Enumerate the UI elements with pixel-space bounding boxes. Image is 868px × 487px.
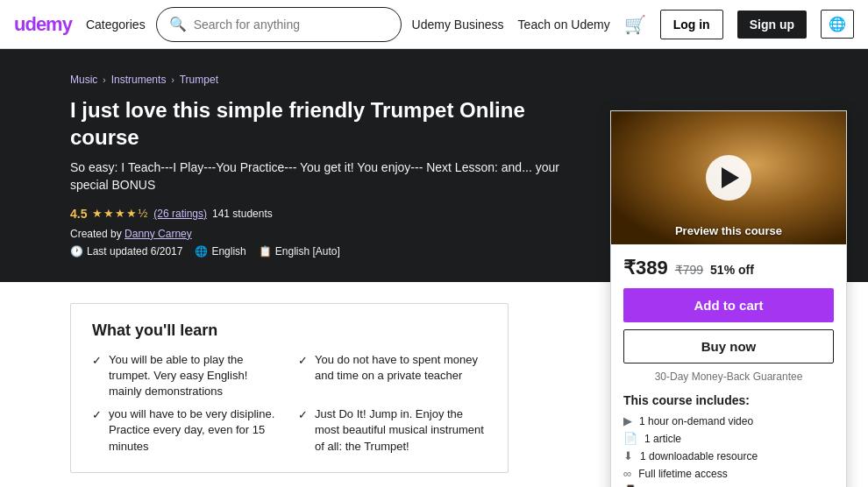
breadcrumb-trumpet: Trumpet bbox=[180, 74, 218, 86]
breadcrumb-music[interactable]: Music bbox=[70, 74, 97, 86]
caption-icon: 📋 bbox=[259, 245, 272, 258]
includes-video: 1 hour on-demand video bbox=[639, 415, 753, 427]
learn-item-4: Just Do It! Jump in. Enjoy the most beau… bbox=[315, 406, 487, 455]
language-meta: 🌐 English bbox=[195, 245, 245, 258]
check-icon-3: ✓ bbox=[298, 353, 308, 369]
guarantee-text: 30-Day Money-Back Guarantee bbox=[623, 371, 834, 383]
stars: ★★★★½ bbox=[92, 207, 148, 220]
includes-lifetime: Full lifetime access bbox=[638, 468, 727, 480]
list-item: 📄 1 article bbox=[623, 432, 834, 445]
hero-section: Music › Instruments › Trumpet I just lov… bbox=[0, 49, 868, 282]
list-item: ∞ Full lifetime access bbox=[623, 467, 834, 480]
udemy-business-link[interactable]: Udemy Business bbox=[412, 18, 504, 32]
video-thumbnail[interactable]: Preview this course bbox=[611, 111, 846, 244]
play-button[interactable] bbox=[706, 155, 751, 201]
course-title: I just love this simple friendly Trumpet… bbox=[70, 96, 561, 151]
rating-number: 4.5 bbox=[70, 207, 87, 221]
categories-button[interactable]: Categories bbox=[86, 18, 146, 32]
breadcrumb-sep-1: › bbox=[103, 75, 105, 85]
learn-title: What you'll learn bbox=[92, 321, 487, 340]
cart-icon[interactable]: 🛒 bbox=[624, 14, 646, 35]
students-count: 141 students bbox=[212, 208, 273, 220]
add-to-cart-button[interactable]: Add to cart bbox=[623, 288, 834, 322]
language-button[interactable]: 🌐 bbox=[821, 10, 854, 39]
includes-title: This course includes: bbox=[623, 393, 834, 407]
list-item: ▶ 1 hour on-demand video bbox=[623, 414, 834, 427]
includes-article: 1 article bbox=[644, 433, 681, 445]
list-item: ✓ You do not have to spent money and tim… bbox=[298, 352, 487, 400]
teach-on-udemy-link[interactable]: Teach on Udemy bbox=[518, 18, 610, 32]
learn-item-1: You will be able to play the trumpet. Ve… bbox=[109, 352, 281, 400]
includes-list: ▶ 1 hour on-demand video 📄 1 article ⬇ 1… bbox=[623, 414, 834, 487]
check-icon-4: ✓ bbox=[298, 407, 308, 423]
price-row: ₹389 ₹799 51% off bbox=[623, 257, 834, 279]
list-item: ✓ You will be able to play the trumpet. … bbox=[92, 352, 281, 400]
signup-button[interactable]: Sign up bbox=[737, 11, 807, 39]
rating-row: 4.5 ★★★★½ (26 ratings) 141 students bbox=[70, 207, 561, 221]
updated-meta: 🕐 Last updated 6/2017 bbox=[70, 245, 182, 258]
updated-date: Last updated 6/2017 bbox=[87, 245, 182, 258]
article-icon: 📄 bbox=[623, 432, 637, 445]
download-icon: ⬇ bbox=[623, 449, 633, 462]
caption-text: English [Auto] bbox=[275, 245, 340, 258]
check-icon-1: ✓ bbox=[92, 353, 102, 369]
search-bar: 🔍 bbox=[156, 7, 402, 42]
course-subtitle: So easy: I Teach---I Play---You Practice… bbox=[70, 159, 561, 194]
price-discount: 51% off bbox=[710, 263, 754, 277]
breadcrumb: Music › Instruments › Trumpet bbox=[70, 74, 561, 86]
ratings-count-link[interactable]: (26 ratings) bbox=[153, 208, 207, 220]
learn-item-3: You do not have to spent money and time … bbox=[315, 352, 487, 384]
price-original: ₹799 bbox=[675, 263, 703, 277]
list-item: ✓ Just Do It! Jump in. Enjoy the most be… bbox=[298, 406, 487, 455]
lifetime-icon: ∞ bbox=[623, 467, 631, 480]
learn-item-2: you will have to be very disipline. Prac… bbox=[109, 406, 281, 455]
learn-section: What you'll learn ✓ You will be able to … bbox=[70, 303, 509, 473]
buy-now-button[interactable]: Buy now bbox=[623, 329, 834, 363]
course-card: Preview this course ₹389 ₹799 51% off Ad… bbox=[610, 110, 847, 487]
created-row: Created by Danny Carney bbox=[70, 228, 561, 240]
search-icon: 🔍 bbox=[169, 16, 187, 32]
header: udemy Categories 🔍 Udemy Business Teach … bbox=[0, 0, 868, 49]
preview-label: Preview this course bbox=[611, 224, 846, 237]
udemy-logo: udemy bbox=[14, 13, 72, 36]
caption-meta: 📋 English [Auto] bbox=[259, 245, 340, 258]
price-current: ₹389 bbox=[623, 257, 668, 279]
login-button[interactable]: Log in bbox=[660, 10, 723, 39]
header-nav: Udemy Business Teach on Udemy 🛒 Log in S… bbox=[412, 10, 854, 39]
language-text: English bbox=[211, 245, 245, 258]
video-icon: ▶ bbox=[623, 414, 632, 427]
learn-grid: ✓ You will be able to play the trumpet. … bbox=[92, 352, 487, 455]
instructor-link[interactable]: Danny Carney bbox=[125, 228, 192, 240]
meta-row: 🕐 Last updated 6/2017 🌐 English 📋 Englis… bbox=[70, 245, 561, 258]
breadcrumb-sep-2: › bbox=[171, 75, 174, 85]
globe-meta-icon: 🌐 bbox=[195, 245, 208, 258]
list-item: ✓ you will have to be very disipline. Pr… bbox=[92, 406, 281, 455]
created-by-label: Created by bbox=[70, 228, 122, 240]
search-input[interactable] bbox=[194, 18, 388, 32]
hero-content: Music › Instruments › Trumpet I just lov… bbox=[70, 74, 561, 258]
main-content: What you'll learn ✓ You will be able to … bbox=[0, 282, 579, 487]
list-item: ⬇ 1 downloadable resource bbox=[623, 449, 834, 462]
check-icon-2: ✓ bbox=[92, 407, 102, 423]
clock-icon: 🕐 bbox=[70, 245, 83, 258]
includes-download: 1 downloadable resource bbox=[640, 450, 758, 462]
card-body: ₹389 ₹799 51% off Add to cart Buy now 30… bbox=[611, 244, 846, 487]
breadcrumb-instruments[interactable]: Instruments bbox=[111, 74, 167, 86]
